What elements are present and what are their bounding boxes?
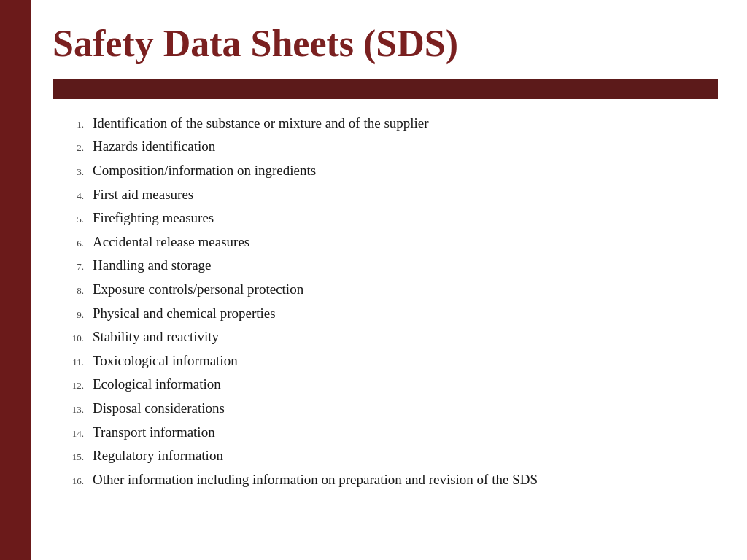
item-text: Identification of the substance or mixtu… — [93, 114, 429, 133]
item-number: 14. — [60, 428, 93, 440]
item-text: Hazards identification — [93, 137, 215, 157]
item-text: Firefighting measures — [93, 209, 214, 228]
item-text: Regulatory information — [93, 446, 223, 466]
content-area: Safety Data Sheets (SDS) 1.Identificatio… — [31, 0, 747, 508]
item-number: 11. — [60, 357, 93, 368]
list-item: 10.Stability and reactivity — [60, 327, 718, 347]
item-number: 8. — [60, 285, 93, 297]
list-item: 1.Identification of the substance or mix… — [60, 114, 718, 133]
list-container: 1.Identification of the substance or mix… — [53, 114, 718, 490]
list-item: 13.Disposal considerations — [60, 399, 718, 419]
item-number: 16. — [60, 475, 93, 487]
list-item: 7.Handling and storage — [60, 256, 718, 276]
list-item: 3.Composition/information on ingredients — [60, 161, 718, 181]
item-number: 1. — [60, 119, 93, 131]
list-item: 5.Firefighting measures — [60, 209, 718, 228]
list-item: 6.Accidental release measures — [60, 233, 718, 252]
item-text: Toxicological information — [93, 351, 238, 371]
item-number: 13. — [60, 404, 93, 416]
item-number: 15. — [60, 451, 93, 463]
item-text: Composition/information on ingredients — [93, 161, 316, 181]
item-text: Transport information — [93, 423, 215, 443]
item-text: Disposal considerations — [93, 399, 225, 419]
list-item: 15.Regulatory information — [60, 446, 718, 466]
list-item: 12.Ecological information — [60, 375, 718, 394]
item-text: Ecological information — [93, 375, 221, 394]
list-item: 9.Physical and chemical properties — [60, 304, 718, 324]
item-number: 12. — [60, 380, 93, 392]
item-number: 2. — [60, 142, 93, 154]
list-item: 2.Hazards identification — [60, 137, 718, 157]
list-item: 8.Exposure controls/personal protection — [60, 280, 718, 300]
item-number: 9. — [60, 309, 93, 321]
header-bar — [53, 79, 718, 99]
item-text: Other information including information … — [93, 470, 538, 490]
item-text: First aid measures — [93, 185, 193, 205]
list-item: 14.Transport information — [60, 423, 718, 443]
item-number: 3. — [60, 166, 93, 178]
list-item: 16.Other information including informati… — [60, 470, 718, 490]
item-text: Stability and reactivity — [93, 327, 219, 347]
list-item: 4.First aid measures — [60, 185, 718, 205]
page-container: Safety Data Sheets (SDS) 1.Identificatio… — [0, 0, 747, 560]
item-number: 4. — [60, 190, 93, 202]
item-number: 7. — [60, 261, 93, 273]
item-number: 10. — [60, 332, 93, 344]
item-text: Accidental release measures — [93, 233, 249, 252]
item-text: Exposure controls/personal protection — [93, 280, 303, 300]
page-title: Safety Data Sheets (SDS) — [53, 22, 718, 66]
list-item: 11.Toxicological information — [60, 351, 718, 371]
item-number: 6. — [60, 238, 93, 249]
item-number: 5. — [60, 214, 93, 225]
left-accent-bar — [0, 0, 31, 560]
item-text: Handling and storage — [93, 256, 212, 276]
item-text: Physical and chemical properties — [93, 304, 276, 324]
